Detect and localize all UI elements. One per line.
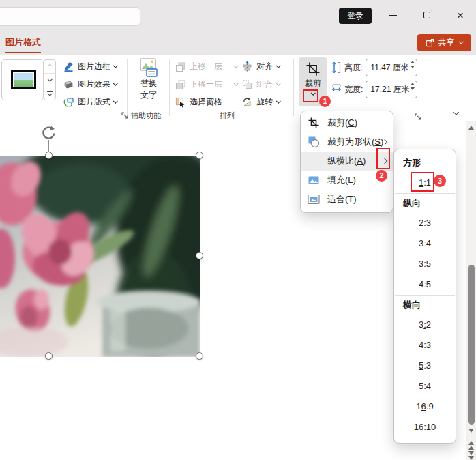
crop-to-shape-icon (308, 136, 320, 148)
chevron-down-icon (234, 63, 238, 67)
group-label: 组合 (256, 78, 273, 90)
picture-layout-button[interactable]: 图片版式 (63, 94, 117, 110)
picture-effects-button[interactable]: 图片效果 (63, 76, 117, 92)
annotation-rect-step3 (411, 172, 434, 192)
bring-forward-button[interactable]: 上移一层 (175, 58, 237, 74)
powerpoint-window: 登录 × 图片格式 共享 (0, 0, 476, 460)
arrange-group-label: 排列 (207, 111, 248, 121)
menu-item-aspect-ratio-label: 纵横比(A) (327, 155, 383, 167)
width-input[interactable]: 17.21 厘米 (366, 81, 417, 98)
group-button[interactable]: 组合 (241, 76, 280, 92)
rotate-handle-icon[interactable] (41, 125, 57, 141)
picture-layout-icon (63, 96, 74, 108)
width-row: 宽度: 17.21 厘米 (331, 81, 417, 98)
gallery-more-button[interactable] (44, 87, 55, 100)
aspect-ratio-submenu: 方形 1:1 纵向 2:3 3:4 3:5 4:5 横向 3:2 4:3 5:3… (393, 149, 456, 444)
scroll-down-icon[interactable] (468, 429, 474, 433)
resize-handle-top-right[interactable] (196, 152, 203, 159)
height-row: 高度: 11.47 厘米 (331, 59, 417, 76)
ratio-3-2[interactable]: 3:2 (394, 315, 456, 335)
resize-handle-bottom[interactable] (45, 352, 53, 360)
menu-item-fit[interactable]: 适合(T) (301, 190, 393, 209)
scrollbar-thumb[interactable] (468, 265, 475, 425)
selected-picture[interactable] (0, 156, 200, 356)
share-icon (426, 38, 434, 47)
alt-text-label-line2: 文字 (140, 89, 157, 101)
width-spin-down-icon[interactable] (411, 87, 415, 90)
ratio-16-9[interactable]: 16:9 (394, 397, 456, 417)
picture-effects-label: 图片效果 (78, 78, 110, 90)
resize-handle-bottom-right[interactable] (196, 352, 203, 360)
ratio-5-3[interactable]: 5:3 (394, 356, 456, 376)
chevron-down-icon (48, 77, 52, 81)
menu-item-crop[interactable]: 裁剪(C) (301, 113, 393, 132)
chevron-down-icon (48, 91, 52, 96)
minimize-button[interactable] (381, 4, 405, 26)
send-backward-button[interactable]: 下移一层 (175, 76, 237, 92)
annotation-rect-step1 (303, 89, 318, 102)
align-label: 对齐 (256, 61, 273, 72)
send-backward-label: 下移一层 (190, 78, 231, 90)
picture-border-button[interactable]: 图片边框 (63, 58, 117, 74)
gallery-scroll-down-button[interactable] (44, 74, 55, 87)
collapse-ribbon-chevron-icon[interactable] (453, 109, 459, 115)
picture-styles-gallery[interactable] (1, 59, 44, 100)
alt-text-icon (138, 57, 159, 78)
submenu-header-square: 方形 (394, 154, 456, 173)
selection-pane-label: 选择窗格 (190, 96, 222, 108)
next-slide-button[interactable] (468, 451, 474, 460)
ribbon-tab-row: 图片格式 共享 (0, 30, 476, 55)
scroll-up-icon[interactable] (468, 126, 474, 130)
alt-text-button[interactable]: 替换 文字 (131, 57, 166, 101)
picture-border-icon (63, 61, 74, 72)
ratio-4-3[interactable]: 4:3 (394, 335, 456, 356)
width-spin-up-icon[interactable] (411, 83, 415, 85)
double-down-icon (468, 451, 474, 455)
previous-slide-button[interactable] (468, 441, 474, 450)
fit-icon (308, 193, 320, 205)
ratio-16-10[interactable]: 16:10 (394, 417, 456, 437)
chevron-down-icon (276, 63, 280, 67)
resize-handle-right[interactable] (196, 252, 203, 259)
width-label: 宽度: (344, 84, 363, 96)
ratio-4-5[interactable]: 4:5 (394, 274, 456, 295)
rotate-icon (241, 96, 253, 108)
accessibility-group-label: 辅助功能 (127, 111, 165, 121)
rotate-button[interactable]: 旋转 (241, 94, 280, 110)
restore-button[interactable] (415, 4, 439, 26)
height-input[interactable]: 11.47 厘米 (366, 59, 417, 76)
picture-style-thumbnail[interactable] (11, 70, 36, 89)
close-icon: × (457, 10, 464, 21)
share-button[interactable]: 共享 (417, 34, 471, 51)
close-button[interactable]: × (448, 4, 473, 26)
annotation-badge-step2: 2 (376, 170, 387, 182)
resize-handle-top[interactable] (45, 152, 53, 159)
selection-pane-button[interactable]: 选择窗格 (175, 94, 222, 110)
restore-icon (423, 12, 430, 18)
share-chevron-icon (459, 40, 463, 44)
height-spin-down-icon[interactable] (411, 66, 415, 68)
crop-label: 裁剪 (305, 78, 321, 89)
gallery-scroll-up-button[interactable] (44, 60, 55, 73)
flower-photo (0, 156, 200, 357)
ratio-3-5[interactable]: 3:5 (394, 254, 456, 274)
ratio-2-3[interactable]: 2:3 (394, 213, 456, 233)
picture-effects-icon (63, 78, 74, 90)
chevron-down-icon (113, 98, 117, 102)
bring-forward-icon (175, 61, 186, 72)
group-icon (241, 78, 253, 90)
title-bar: 登录 × (0, 0, 476, 30)
align-icon (241, 61, 253, 72)
double-down-icon (468, 456, 474, 460)
height-spin-up-icon[interactable] (411, 61, 415, 63)
ratio-5-4[interactable]: 5:4 (394, 376, 456, 397)
size-dialog-launcher[interactable] (414, 113, 422, 121)
quick-access-box[interactable] (0, 7, 140, 26)
align-button[interactable]: 对齐 (241, 58, 280, 74)
picture-layout-label: 图片版式 (78, 96, 110, 108)
tab-picture-format[interactable]: 图片格式 (5, 36, 41, 53)
height-value: 11.47 厘米 (370, 62, 408, 74)
login-button[interactable]: 登录 (339, 8, 372, 24)
ratio-3-4[interactable]: 3:4 (394, 233, 456, 254)
slide-top-edge (0, 128, 466, 128)
